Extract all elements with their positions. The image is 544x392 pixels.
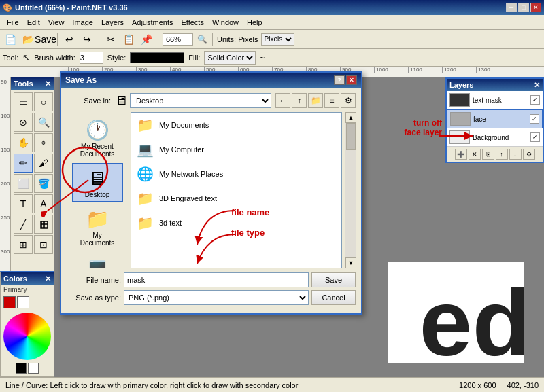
savetype-select[interactable]: PNG (*.png) JPEG (*.jpg) BMP (*.bmp) xyxy=(124,290,309,305)
save-in-icon: 🖥 xyxy=(115,94,127,108)
scroll-up-btn[interactable]: ▲ xyxy=(345,112,356,123)
save-as-dialog: Save As ? ✕ Save in: 🖥 Desktop ← ↑ � xyxy=(60,71,362,315)
place-mydocs-icon: 📁 xyxy=(86,208,109,230)
view-btn[interactable]: ≡ xyxy=(324,93,339,108)
place-mycomputer[interactable]: 💻 My Computer xyxy=(72,252,123,268)
file-item-mydocs[interactable]: 📁 My Documents xyxy=(131,113,341,137)
nav-up-btn[interactable]: ↑ xyxy=(292,93,307,108)
new-folder-btn[interactable]: 📁 xyxy=(308,93,323,108)
savetype-row: Save as type: PNG (*.png) JPEG (*.jpg) B… xyxy=(67,290,356,305)
file-item-networkplaces[interactable]: 🌐 My Network Places xyxy=(131,162,341,186)
places-bar: 🕐 My RecentDocuments 🖥 Desktop 📁 My Docu… xyxy=(67,112,128,268)
place-mydocs-label: My Documents xyxy=(76,232,119,247)
scroll-down-btn[interactable]: ▼ xyxy=(345,257,356,268)
place-mycomputer-icon: 💻 xyxy=(86,256,109,268)
scroll-thumb[interactable] xyxy=(346,123,356,150)
savetype-label: Save as type: xyxy=(67,293,121,302)
place-recent-label: My RecentDocuments xyxy=(80,143,115,158)
file-item-3dtext[interactable]: 📁 3d text xyxy=(131,211,341,235)
file-icon-3dengraved: 📁 xyxy=(137,190,154,207)
filename-label: File name: xyxy=(67,276,121,284)
dialog-fields: File name: Save Save as type: PNG (*.png… xyxy=(67,272,356,305)
dialog-help-btn[interactable]: ? xyxy=(334,75,345,85)
place-recent-icon: 🕐 xyxy=(86,119,109,141)
file-item-3dengraved[interactable]: 📁 3D Engraved text xyxy=(131,186,341,211)
place-desktop-icon: 🖥 xyxy=(88,167,107,190)
save-in-control: 🖥 Desktop xyxy=(115,93,271,108)
nav-back-btn[interactable]: ← xyxy=(275,93,290,108)
file-icon-mydocs: 📁 xyxy=(137,117,154,133)
save-in-dropdown[interactable]: Desktop xyxy=(130,93,271,108)
cancel-button[interactable]: Cancel xyxy=(311,290,356,305)
filename-row: File name: Save xyxy=(67,272,356,287)
dialog-body: Save in: 🖥 Desktop ← ↑ 📁 ≡ ⚙ xyxy=(61,88,361,313)
place-desktop[interactable]: 🖥 Desktop xyxy=(72,163,123,202)
tools-btn[interactable]: ⚙ xyxy=(341,93,356,108)
save-button[interactable]: Save xyxy=(311,272,356,287)
file-name-3dtext: 3d text xyxy=(159,219,182,227)
filename-input[interactable] xyxy=(124,272,309,287)
dialog-close-btn[interactable]: ✕ xyxy=(346,75,357,85)
file-list: 📁 My Documents 💻 My Computer 🌐 My Networ… xyxy=(131,112,342,268)
save-in-label: Save in: xyxy=(67,96,111,105)
file-item-mycomputer[interactable]: 💻 My Computer xyxy=(131,137,341,162)
file-list-scrollbar[interactable]: ▲ ▼ xyxy=(345,112,356,268)
file-icon-3dtext: 📁 xyxy=(137,215,154,231)
scroll-track[interactable] xyxy=(345,123,356,257)
dialog-overlay: Save As ? ✕ Save in: 🖥 Desktop ← ↑ � xyxy=(0,0,544,392)
place-recent[interactable]: 🕐 My RecentDocuments xyxy=(72,115,123,162)
file-name-mycomputer: My Computer xyxy=(159,145,204,154)
file-icon-mycomputer: 💻 xyxy=(137,141,154,158)
file-name-mydocs: My Documents xyxy=(159,121,209,129)
file-name-3dengraved: 3D Engraved text xyxy=(159,194,217,202)
place-mydocs[interactable]: 📁 My Documents xyxy=(72,204,123,251)
file-icon-networkplaces: 🌐 xyxy=(137,166,154,182)
file-browser-area: 🕐 My RecentDocuments 🖥 Desktop 📁 My Docu… xyxy=(67,112,356,268)
dialog-title-bar: Save As ? ✕ xyxy=(61,73,361,88)
dialog-title-buttons[interactable]: ? ✕ xyxy=(334,75,357,85)
dialog-title-text: Save As xyxy=(65,75,97,85)
dialog-nav-toolbar: ← ↑ 📁 ≡ ⚙ xyxy=(275,93,356,108)
place-desktop-label: Desktop xyxy=(85,191,110,198)
file-name-networkplaces: My Network Places xyxy=(159,170,223,178)
save-in-row: Save in: 🖥 Desktop ← ↑ 📁 ≡ ⚙ xyxy=(67,93,356,108)
